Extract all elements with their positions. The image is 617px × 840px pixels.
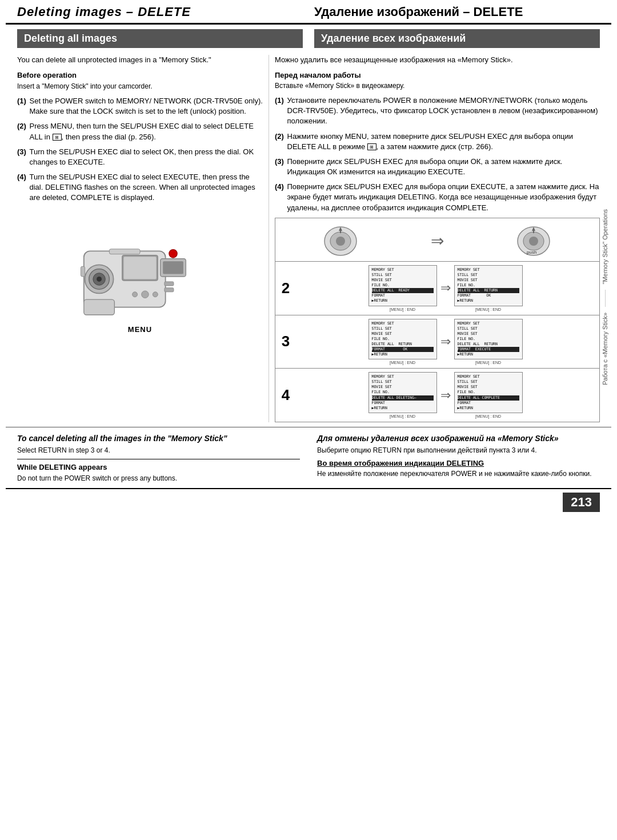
step-text: Turn the SEL/PUSH EXEC dial to select OK… [30, 147, 263, 167]
before-op-label-right: Перед началом работы [275, 71, 600, 79]
before-op-label-left: Before operation [17, 71, 263, 79]
sidebar-divider [605, 290, 606, 307]
highlight: FORMAT OK [372, 347, 434, 352]
step-num: (2) [275, 131, 286, 142]
diagram-step2: 2 MEMORY SET STILL SET MOVIE SET FILE NO… [275, 262, 599, 315]
step-text: Поверните диск SEL/PUSH EXEC для выбора … [287, 157, 600, 177]
header-title-right: Удаление изображений – DELETE [303, 5, 600, 19]
highlight: DELETE ALL READY [372, 288, 434, 293]
camcorder-illustration: MENU [17, 208, 263, 334]
svg-point-11 [153, 291, 158, 297]
step2-screen1: MEMORY SET STILL SET MOVIE SET FILE NO. … [368, 265, 437, 311]
step-text: Press MENU, then turn the SEL/PUSH EXEC … [30, 121, 263, 142]
svg-text:push: push [527, 250, 536, 255]
section-heading-right: Удаление всех изображений [314, 29, 600, 48]
dial-left [322, 224, 359, 258]
svg-rect-16 [109, 249, 140, 254]
steps-diagram: ⇒ push 2 [275, 218, 600, 422]
step-item: (4) Turn the SEL/PUSH EXEC dial to selec… [17, 172, 263, 203]
step4-screen1: MEMORY SET STILL SET MOVIE SET FILE NO. … [368, 372, 437, 418]
step-text: Set the POWER switch to MEMORY/ NETWORK … [30, 96, 263, 117]
diagram-top: ⇒ push [275, 218, 599, 262]
step-num: (1) [17, 96, 29, 106]
ru-step-item: (4) Поверните диск SEL/PUSH EXEC для выб… [275, 182, 600, 213]
step2-badge: 2 [278, 279, 294, 297]
step-num: (2) [17, 121, 29, 131]
svg-point-20 [336, 237, 345, 246]
menu-end-label: [MENU] : END [390, 361, 415, 365]
highlight: DELETE ALL RETURN [458, 288, 519, 293]
intro-text-right: Можно удалить все незащищенные изображен… [275, 55, 600, 65]
section-heading-left: Deleting all images [17, 29, 303, 48]
step-num: (4) [17, 172, 29, 182]
step-text: Установите переключатель POWER в положен… [287, 95, 600, 127]
column-divider [269, 55, 269, 422]
page-number: 213 [563, 493, 600, 512]
cancel-section: To cancel deleting all the images in the… [6, 427, 611, 483]
menu-end-label: [MENU] : END [475, 307, 501, 311]
arrow-icon: ⇒ [440, 334, 451, 349]
menu-end-label: [MENU] : END [390, 414, 415, 418]
svg-rect-6 [163, 261, 183, 274]
right-sidebar: "Memory Stick" Operations Работа с «Memo… [599, 126, 611, 469]
cancel-left: To cancel deleting all the images in the… [17, 433, 308, 483]
svg-point-9 [142, 291, 149, 298]
right-column: Можно удалить все незащищенные изображен… [275, 55, 600, 422]
left-column: You can delete all unprotected images in… [17, 55, 263, 422]
lcd: MEMORY SET STILL SET MOVIE SET FILE NO. … [454, 319, 523, 360]
step-num: (1) [275, 95, 286, 106]
svg-rect-8 [123, 257, 156, 279]
highlight: DELETE ALL COMPLETE [458, 395, 519, 401]
step-text: Turn the SEL/PUSH EXEC dial to select EX… [30, 172, 263, 203]
step-num: (3) [17, 147, 29, 157]
cancel-right: Для отмены удаления всех изображений на … [308, 433, 600, 483]
step-item: (2) Press MENU, then turn the SEL/PUSH E… [17, 121, 263, 142]
cancel-heading-left: To cancel deleting all the images in the… [17, 433, 300, 443]
svg-rect-13 [165, 282, 174, 286]
menu-end-label: [MENU] : END [390, 307, 415, 311]
while-label-left: While DELETING appears [17, 463, 300, 471]
highlight: FORMAT EXECUTE [458, 347, 519, 352]
svg-rect-15 [81, 266, 85, 277]
cancel-text-right: Выберите опцию RETURN при выполнении дей… [317, 446, 600, 455]
page-header: Deleting images – DELETE Удаление изобра… [6, 0, 611, 25]
before-op-text-right: Вставьте «Memory Stick» в видеокамеру. [275, 81, 600, 91]
diagram-step4: 4 MEMORY SET STILL SET MOVIE SET FILE NO… [275, 369, 599, 422]
sidebar-label1: "Memory Stick" Operations [602, 209, 608, 284]
icon: ⊞ [53, 134, 62, 141]
steps-right: (1) Установите переключатель POWER в пол… [275, 95, 600, 213]
ru-step-item: (2) Нажмите кнопку MENU, затем поверните… [275, 131, 600, 152]
cancel-text-left: Select RETURN in step 3 or 4. [17, 446, 300, 455]
sidebar-label2: Работа с «Memory Stick» [602, 313, 608, 385]
intro-text-left: You can delete all unprotected images in… [17, 55, 263, 65]
step4-screens: MEMORY SET STILL SET MOVIE SET FILE NO. … [294, 372, 597, 418]
menu-end-label: [MENU] : END [475, 414, 501, 418]
steps-left: (1) Set the POWER switch to MEMORY/ NETW… [17, 96, 263, 203]
arrow-icon: ⇒ [431, 231, 444, 250]
svg-rect-14 [165, 287, 174, 291]
lcd: MEMORY SET STILL SET MOVIE SET FILE NO. … [368, 265, 437, 306]
ru-step-item: (1) Установите переключатель POWER в пол… [275, 95, 600, 127]
lcd: MEMORY SET STILL SET MOVIE SET FILE NO. … [454, 372, 523, 413]
while-label-right: Во время отображения индикации DELETING [317, 459, 600, 467]
lcd: MEMORY SET STILL SET MOVIE SET FILE NO. … [368, 319, 437, 360]
menu-end-label: [MENU] : END [475, 361, 501, 365]
svg-rect-12 [84, 299, 115, 315]
step4-screen2: MEMORY SET STILL SET MOVIE SET FILE NO. … [454, 372, 523, 418]
page-footer: 213 [6, 488, 611, 515]
arrow-icon: ⇒ [440, 388, 451, 403]
header-title-left: Deleting images – DELETE [17, 5, 303, 19]
step-text: Поверните диск SEL/PUSH EXEC для выбора … [287, 182, 600, 213]
svg-point-10 [133, 291, 138, 297]
step-text: Нажмите кнопку MENU, затем поверните дис… [287, 131, 600, 152]
section-headers: Deleting all images Удаление всех изобра… [6, 25, 611, 53]
step4-badge: 4 [278, 386, 294, 404]
step-item: (1) Set the POWER switch to MEMORY/ NETW… [17, 96, 263, 117]
page: Deleting images – DELETE Удаление изобра… [6, 0, 611, 840]
cancel-heading-right: Для отмены удаления всех изображений на … [317, 433, 600, 443]
step-num: (4) [275, 182, 286, 192]
ru-step-item: (3) Поверните диск SEL/PUSH EXEC для выб… [275, 157, 600, 177]
step3-badge: 3 [278, 333, 294, 350]
lcd: MEMORY SET STILL SET MOVIE SET FILE NO. … [454, 265, 523, 306]
svg-point-17 [169, 249, 177, 257]
